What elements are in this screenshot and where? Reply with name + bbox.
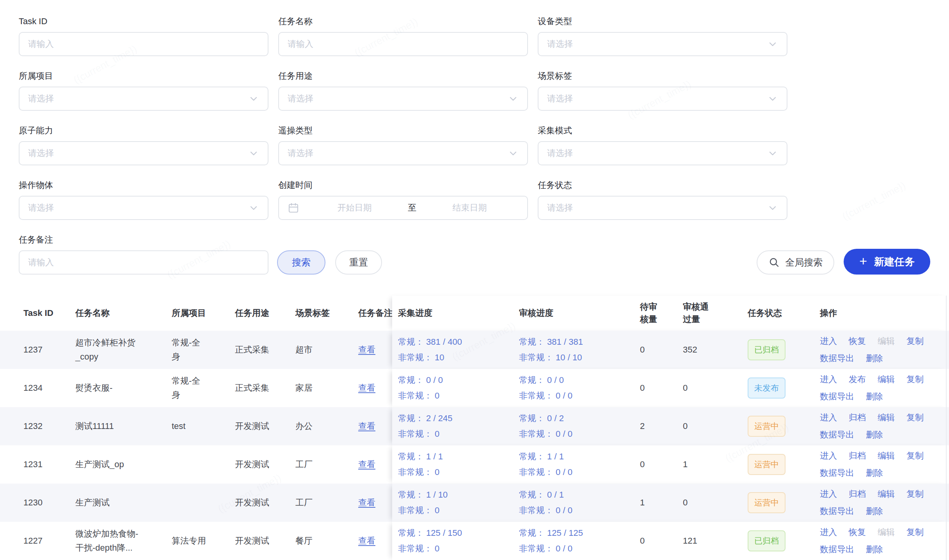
action-archive-link[interactable]: 归档	[849, 450, 866, 462]
action-delete-link[interactable]: 删除	[866, 429, 883, 441]
device-type-select[interactable]: 请选择	[538, 32, 787, 56]
col-header-task-id: Task ID	[23, 307, 75, 319]
cell-review-progress: 常规： 0 / 2 非常规： 0 / 0	[519, 411, 640, 442]
action-edit-link[interactable]: 编辑	[878, 488, 895, 500]
action-copy-link[interactable]: 复制	[906, 450, 924, 462]
object-select[interactable]: 请选择	[19, 196, 268, 220]
task-name-input[interactable]	[288, 39, 519, 49]
cell-task-name: 熨烫衣服-	[75, 381, 148, 395]
action-enter-link[interactable]: 进入	[820, 488, 837, 500]
status-badge: 运营中	[748, 416, 786, 437]
collect-mode-select[interactable]: 请选择	[538, 141, 787, 165]
cell-purpose: 开发测试	[235, 419, 295, 433]
teleop-type-select[interactable]: 请选择	[278, 141, 528, 165]
task-id-input[interactable]	[28, 39, 259, 49]
view-note-link[interactable]: 查看	[358, 536, 375, 546]
search-button[interactable]: 搜索	[277, 250, 325, 275]
cell-purpose: 开发测试	[235, 457, 295, 471]
action-export-link[interactable]: 数据导出	[820, 467, 854, 479]
status-badge: 已归档	[748, 530, 786, 551]
action-restore-link[interactable]: 恢复	[849, 526, 866, 538]
action-export-link[interactable]: 数据导出	[820, 391, 854, 402]
action-enter-link[interactable]: 进入	[820, 335, 837, 347]
chevron-down-icon	[767, 39, 778, 50]
calendar-icon	[288, 202, 306, 214]
project-select[interactable]: 请选择	[19, 87, 268, 111]
action-copy-link[interactable]: 复制	[906, 412, 924, 424]
action-copy-link[interactable]: 复制	[906, 335, 924, 347]
cell-actions: 进入 归档 编辑 复制 数据导出 删除	[820, 450, 937, 479]
atomic-ability-select[interactable]: 请选择	[19, 141, 268, 165]
action-edit-link[interactable]: 编辑	[878, 450, 895, 462]
end-date-placeholder[interactable]: 结束日期	[421, 202, 519, 214]
filter-field-task-status: 任务状态 请选择	[538, 179, 787, 220]
action-copy-link[interactable]: 复制	[906, 488, 924, 500]
action-archive-link[interactable]: 归档	[849, 412, 866, 424]
action-enter-link[interactable]: 进入	[820, 412, 837, 424]
view-note-link[interactable]: 查看	[358, 459, 375, 469]
cell-purpose: 正式采集	[235, 381, 295, 395]
task-note-input[interactable]	[28, 257, 259, 268]
action-export-link[interactable]: 数据导出	[820, 429, 854, 441]
global-search-button[interactable]: 全局搜索	[757, 250, 834, 275]
cell-task-id: 1230	[23, 496, 75, 510]
cell-scene: 办公	[295, 419, 358, 433]
chevron-down-icon	[767, 148, 778, 159]
action-edit-link[interactable]: 编辑	[878, 374, 895, 385]
view-note-link[interactable]: 查看	[358, 345, 375, 354]
view-note-link[interactable]: 查看	[358, 498, 375, 507]
action-publish-link[interactable]: 发布	[849, 374, 866, 385]
cell-status: 已归档	[748, 339, 820, 360]
field-label: 任务备注	[19, 234, 268, 246]
chevron-down-icon	[248, 202, 259, 213]
field-label: 任务名称	[278, 16, 528, 27]
cell-purpose: 开发测试	[235, 534, 295, 548]
cell-collect-progress: 常规： 1 / 10 非常规： 0	[398, 487, 519, 518]
action-enter-link[interactable]: 进入	[820, 374, 837, 385]
action-copy-link[interactable]: 复制	[906, 374, 924, 385]
table-row: 1231 生产测试_op 开发测试 工厂 查看 常规： 1 / 1 非常规： 0…	[0, 445, 949, 484]
cell-actions: 进入 恢复 编辑 复制 数据导出 删除	[820, 335, 937, 364]
action-enter-link[interactable]: 进入	[820, 450, 837, 462]
filter-field-object: 操作物体 请选择	[19, 179, 268, 220]
reset-button[interactable]: 重置	[335, 250, 382, 275]
action-restore-link[interactable]: 恢复	[849, 335, 866, 347]
plus-icon: +	[859, 254, 867, 268]
field-label: 任务用途	[278, 70, 528, 82]
task-status-select[interactable]: 请选择	[538, 196, 787, 220]
select-placeholder: 请选择	[28, 147, 54, 159]
action-delete-link[interactable]: 删除	[866, 353, 883, 364]
start-date-placeholder[interactable]: 开始日期	[306, 202, 403, 214]
cell-collect-progress: 常规： 1 / 1 非常规： 0	[398, 449, 519, 480]
view-note-link[interactable]: 查看	[358, 383, 375, 393]
action-delete-link[interactable]: 删除	[866, 391, 883, 402]
action-delete-link[interactable]: 删除	[866, 467, 883, 479]
field-label: 原子能力	[19, 125, 268, 136]
purpose-select[interactable]: 请选择	[278, 87, 528, 111]
action-delete-link[interactable]: 删除	[866, 505, 883, 517]
new-task-button[interactable]: + 新建任务	[844, 249, 930, 275]
cell-pending-count: 0	[640, 381, 683, 395]
action-export-link[interactable]: 数据导出	[820, 353, 854, 364]
date-range-picker[interactable]: 开始日期 至 结束日期	[278, 196, 528, 220]
filter-panel: Task ID 任务名称 设备类型 请选择 所属项目 请选择	[0, 0, 949, 275]
col-header-note: 任务备注	[358, 307, 392, 319]
table-row: 1230 生产测试 开发测试 工厂 查看 常规： 1 / 10 非常规： 0 常…	[0, 484, 949, 522]
scene-tag-select[interactable]: 请选择	[538, 87, 787, 111]
cell-actions: 进入 恢复 编辑 复制 数据导出 删除	[820, 526, 937, 555]
action-copy-link[interactable]: 复制	[906, 526, 924, 538]
filter-field-scene-tag: 场景标签 请选择	[538, 70, 787, 111]
cell-project: 常规-全身	[172, 374, 215, 402]
action-export-link[interactable]: 数据导出	[820, 505, 854, 517]
action-delete-link[interactable]: 删除	[866, 544, 883, 555]
field-label: 所属项目	[19, 70, 268, 82]
status-badge: 已归档	[748, 339, 786, 360]
action-enter-link[interactable]: 进入	[820, 526, 837, 538]
action-export-link[interactable]: 数据导出	[820, 544, 854, 555]
field-label: Task ID	[19, 16, 268, 27]
cell-collect-progress: 常规： 381 / 400 非常规： 10	[398, 334, 519, 365]
view-note-link[interactable]: 查看	[358, 421, 375, 431]
action-archive-link[interactable]: 归档	[849, 488, 866, 500]
action-edit-link[interactable]: 编辑	[878, 412, 895, 424]
cell-approved-count: 121	[683, 534, 748, 548]
